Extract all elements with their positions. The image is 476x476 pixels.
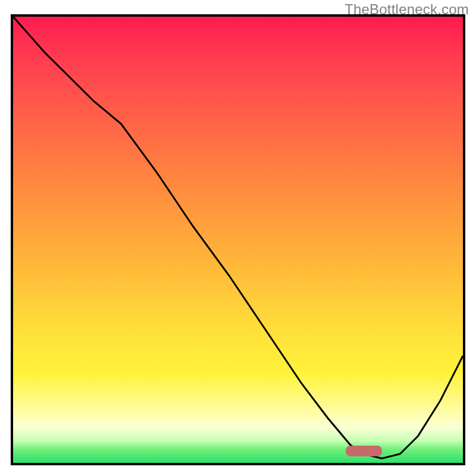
chart-root: TheBottleneck.com: [0, 0, 476, 476]
curve-svg: [13, 17, 463, 463]
valley-marker: [346, 446, 381, 456]
plot-area: [11, 14, 465, 465]
watermark-text: TheBottleneck.com: [345, 1, 469, 18]
bottleneck-curve: [13, 17, 463, 459]
